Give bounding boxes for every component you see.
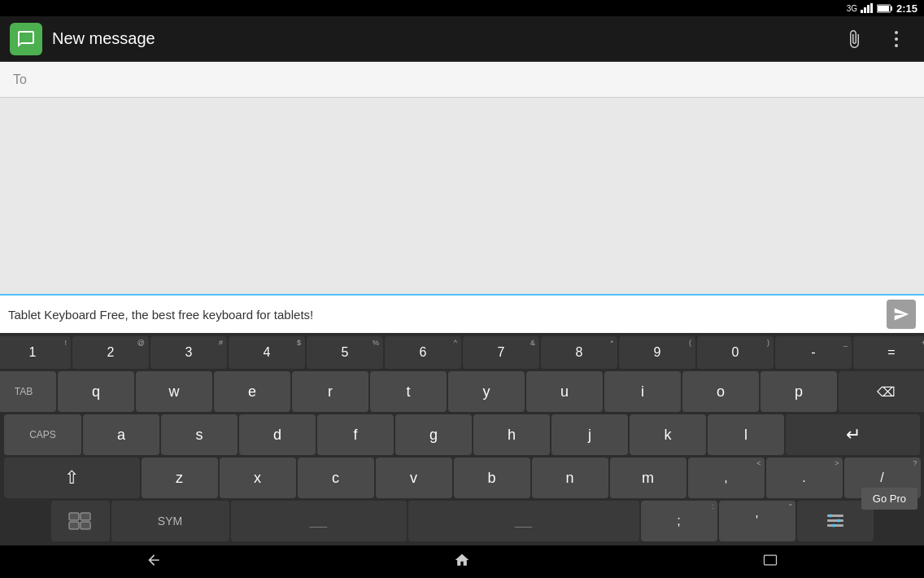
svg-rect-3	[870, 3, 873, 13]
key-i[interactable]: i	[604, 371, 681, 412]
sym-key[interactable]: SYM	[111, 501, 229, 541]
key-6[interactable]: 6^	[385, 336, 461, 369]
key-v[interactable]: v	[376, 458, 452, 498]
svg-point-17	[829, 515, 832, 518]
tab-key[interactable]: TAB	[0, 371, 56, 412]
number-row: 1! 2@ 3# 4$ 5% 6^ 7& 8* 9( 0) -_ =+	[2, 336, 922, 369]
key-equals[interactable]: =+	[853, 336, 924, 369]
key-7[interactable]: 7&	[463, 336, 539, 369]
nav-bar	[0, 545, 924, 578]
key-y[interactable]: y	[448, 371, 525, 412]
app-bar: New message	[0, 16, 924, 62]
key-comma[interactable]: ,<	[688, 458, 765, 498]
key-w[interactable]: w	[136, 371, 212, 412]
zxcv-row: ⇧ z x c v b n m ,< .> /?	[2, 458, 922, 498]
attach-button[interactable]	[836, 21, 872, 57]
signal-bars-icon	[861, 3, 874, 13]
key-a[interactable]: a	[83, 414, 159, 455]
key-l[interactable]: l	[708, 414, 784, 455]
more-options-button[interactable]	[878, 21, 914, 57]
message-body[interactable]	[0, 98, 924, 294]
key-q[interactable]: q	[58, 371, 134, 412]
svg-rect-20	[764, 555, 776, 565]
status-bar: 3G 2:15	[0, 0, 924, 16]
key-h[interactable]: h	[473, 414, 550, 455]
time-display: 2:15	[896, 2, 917, 15]
svg-point-19	[832, 524, 835, 528]
key-t[interactable]: t	[370, 371, 447, 412]
key-k[interactable]: k	[630, 414, 706, 455]
back-button[interactable]	[129, 545, 178, 579]
key-c[interactable]: c	[298, 458, 374, 498]
key-s[interactable]: s	[161, 414, 238, 455]
key-5[interactable]: 5%	[307, 336, 383, 369]
svg-point-8	[895, 37, 898, 41]
backspace-key[interactable]: ⌫	[839, 371, 924, 412]
status-icons: 3G 2:15	[847, 2, 917, 15]
key-9[interactable]: 9(	[619, 336, 695, 369]
message-input[interactable]	[8, 308, 887, 322]
shift-key[interactable]: ⇧	[4, 458, 140, 498]
page-title: New message	[52, 29, 836, 48]
key-d[interactable]: d	[239, 414, 316, 455]
key-r[interactable]: r	[292, 371, 368, 412]
svg-rect-0	[861, 10, 863, 13]
app-icon	[10, 23, 42, 55]
key-x[interactable]: x	[220, 458, 296, 498]
svg-rect-11	[81, 513, 90, 520]
emoji-key[interactable]	[51, 501, 110, 541]
keyboard: 1! 2@ 3# 4$ 5% 6^ 7& 8* 9( 0) -_ =+ TAB …	[0, 333, 924, 545]
key-m[interactable]: m	[610, 458, 686, 498]
key-period[interactable]: .>	[766, 458, 843, 498]
action-icons	[836, 21, 914, 57]
keyboard-wrapper: 1! 2@ 3# 4$ 5% 6^ 7& 8* 9( 0) -_ =+ TAB …	[0, 333, 924, 545]
enter-key[interactable]: ↵	[786, 414, 920, 455]
key-apostrophe[interactable]: '"	[719, 501, 795, 541]
key-b[interactable]: b	[454, 458, 530, 498]
signal-icon: 3G	[847, 4, 857, 13]
space-key-right[interactable]: ___	[408, 501, 639, 541]
go-pro-button[interactable]: Go Pro	[861, 488, 917, 510]
to-label: To	[13, 72, 27, 87]
key-f[interactable]: f	[317, 414, 394, 455]
recents-button[interactable]	[746, 545, 795, 579]
space-key-left[interactable]: ___	[231, 501, 407, 541]
key-p[interactable]: p	[761, 371, 837, 412]
svg-rect-13	[81, 522, 90, 529]
message-area: To	[0, 62, 924, 294]
svg-point-18	[837, 519, 840, 523]
svg-rect-2	[867, 5, 870, 13]
key-g[interactable]: g	[395, 414, 472, 455]
bottom-row: SYM ___ ___ ;: '"	[2, 501, 922, 541]
caps-key[interactable]: CAPS	[4, 414, 81, 455]
send-button[interactable]	[887, 300, 916, 329]
key-1[interactable]: 1!	[0, 336, 71, 369]
to-field[interactable]: To	[0, 62, 924, 98]
svg-point-9	[895, 44, 898, 47]
svg-rect-1	[864, 7, 866, 13]
key-e[interactable]: e	[214, 371, 290, 412]
key-2[interactable]: 2@	[72, 336, 149, 369]
key-4[interactable]: 4$	[229, 336, 305, 369]
key-z[interactable]: z	[142, 458, 218, 498]
text-input-bar	[0, 294, 924, 333]
key-u[interactable]: u	[526, 371, 603, 412]
home-button[interactable]	[438, 545, 486, 579]
key-semicolon[interactable]: ;:	[641, 501, 717, 541]
qwerty-row: TAB q w e r t y u i o p ⌫	[2, 371, 922, 412]
svg-rect-15	[827, 519, 843, 522]
svg-rect-10	[69, 513, 79, 520]
battery-icon	[877, 4, 893, 13]
svg-point-7	[895, 31, 898, 34]
key-j[interactable]: j	[551, 414, 628, 455]
key-0[interactable]: 0)	[697, 336, 774, 369]
svg-rect-5	[891, 7, 892, 11]
key-minus[interactable]: -_	[775, 336, 852, 369]
asdf-row: CAPS a s d f g h j k l ↵	[2, 414, 922, 455]
key-o[interactable]: o	[682, 371, 759, 412]
svg-rect-12	[69, 522, 79, 529]
key-n[interactable]: n	[532, 458, 608, 498]
svg-rect-6	[878, 6, 889, 11]
key-3[interactable]: 3#	[150, 336, 227, 369]
key-8[interactable]: 8*	[541, 336, 617, 369]
